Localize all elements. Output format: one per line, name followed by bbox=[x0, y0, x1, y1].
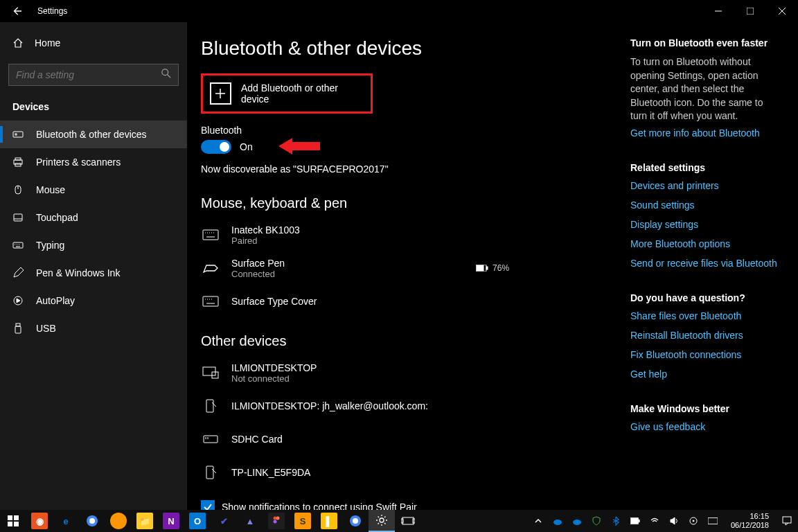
autoplay-icon bbox=[12, 295, 24, 306]
related-link[interactable]: Display settings bbox=[630, 219, 779, 230]
battery-percent: 76% bbox=[493, 263, 509, 273]
svg-rect-1 bbox=[747, 8, 754, 15]
svg-rect-22 bbox=[15, 326, 21, 333]
help-link[interactable]: Get help bbox=[630, 369, 779, 380]
taskbar-taskview[interactable] bbox=[395, 510, 421, 532]
tray-keyboard-icon[interactable] bbox=[707, 515, 718, 526]
content-area: Bluetooth & other devices Add Bluetooth … bbox=[187, 22, 798, 510]
titlebar: Settings bbox=[0, 0, 798, 22]
help-link[interactable]: Share files over Bluetooth bbox=[630, 310, 779, 321]
app-title: Settings bbox=[33, 6, 67, 16]
svg-line-5 bbox=[168, 75, 170, 78]
related-link[interactable]: Devices and printers bbox=[630, 180, 779, 191]
tray-chevron-up-icon[interactable] bbox=[533, 515, 544, 526]
svg-rect-70 bbox=[631, 519, 638, 524]
svg-line-45 bbox=[212, 402, 216, 407]
sidebar: Home Devices Bluetooth & other devices P… bbox=[0, 22, 187, 510]
search-box[interactable] bbox=[8, 64, 179, 86]
taskbar-explorer[interactable]: 📁 bbox=[132, 510, 158, 532]
nav-typing[interactable]: Typing bbox=[0, 231, 187, 259]
bluetooth-toggle[interactable] bbox=[201, 140, 231, 154]
taskbar-app[interactable]: ◉ bbox=[26, 510, 53, 532]
svg-point-66 bbox=[553, 520, 562, 525]
tray-battery-icon[interactable] bbox=[630, 515, 641, 526]
help-link[interactable]: Fix Bluetooth connections bbox=[630, 349, 779, 360]
device-item[interactable]: SDHC Card bbox=[201, 423, 630, 456]
add-device-button[interactable]: Add Bluetooth or other device bbox=[207, 80, 366, 107]
nav-pen[interactable]: Pen & Windows Ink bbox=[0, 259, 187, 287]
svg-rect-51 bbox=[8, 515, 12, 520]
taskbar-firefox[interactable] bbox=[105, 510, 132, 532]
home-nav[interactable]: Home bbox=[0, 29, 187, 57]
swift-pair-label: Show notifications to connect using Swif… bbox=[222, 502, 417, 510]
taskbar-app[interactable]: ▌ bbox=[316, 510, 342, 532]
nav-printers[interactable]: Printers & scanners bbox=[0, 148, 187, 176]
svg-point-58 bbox=[276, 517, 280, 520]
taskbar-settings[interactable] bbox=[369, 510, 395, 532]
action-center-icon[interactable] bbox=[781, 515, 792, 526]
taskbar-outlook[interactable]: O bbox=[184, 510, 211, 532]
minimize-button[interactable] bbox=[702, 0, 734, 22]
tray-location-icon[interactable] bbox=[688, 515, 699, 526]
device-name: Inateck BK1003 bbox=[231, 224, 300, 236]
svg-rect-44 bbox=[206, 400, 213, 412]
device-item[interactable]: TP-LINK_E5F9DA bbox=[201, 456, 630, 489]
taskbar-chrome[interactable] bbox=[342, 510, 369, 532]
bluetooth-toggle-state: On bbox=[240, 141, 253, 152]
tray-volume-icon[interactable] bbox=[668, 515, 680, 526]
tip-more-link[interactable]: Get more info about Bluetooth bbox=[630, 127, 779, 139]
svg-rect-34 bbox=[486, 267, 488, 269]
nav-usb[interactable]: USB bbox=[0, 314, 187, 342]
svg-rect-35 bbox=[477, 265, 484, 271]
search-input[interactable] bbox=[16, 69, 161, 80]
device-item[interactable]: Surface PenConnected 76% bbox=[201, 251, 630, 285]
taskbar-chrome[interactable] bbox=[79, 510, 105, 532]
device-name: TP-LINK_E5F9DA bbox=[231, 467, 310, 478]
feedback-link[interactable]: Give us feedback bbox=[630, 421, 779, 432]
sidebar-section-header: Devices bbox=[0, 96, 187, 121]
sdcard-icon bbox=[201, 432, 220, 446]
svg-point-56 bbox=[89, 518, 95, 524]
taskbar-todo[interactable]: ✔ bbox=[211, 510, 237, 532]
close-button[interactable] bbox=[766, 0, 798, 22]
add-device-highlight: Add Bluetooth or other device bbox=[201, 73, 373, 114]
svg-rect-13 bbox=[14, 214, 22, 221]
device-item[interactable]: ILMIONTDESKTOPNot connected bbox=[201, 356, 630, 389]
maximize-button[interactable] bbox=[734, 0, 766, 22]
device-status: Connected bbox=[231, 269, 285, 279]
related-link[interactable]: Send or receive files via Bluetooth bbox=[630, 258, 779, 269]
swift-pair-checkbox-row[interactable]: Show notifications to connect using Swif… bbox=[201, 500, 630, 510]
tray-wifi-icon[interactable] bbox=[649, 515, 660, 526]
svg-point-61 bbox=[353, 518, 358, 524]
svg-rect-73 bbox=[708, 518, 718, 524]
related-link[interactable]: More Bluetooth options bbox=[630, 238, 779, 249]
svg-rect-69 bbox=[638, 520, 639, 522]
device-name: Surface Type Cover bbox=[231, 296, 317, 307]
nav-mouse[interactable]: Mouse bbox=[0, 176, 187, 204]
nav-touchpad[interactable]: Touchpad bbox=[0, 204, 187, 231]
tray-bluetooth-icon[interactable] bbox=[610, 515, 621, 526]
taskbar-onenote[interactable]: N bbox=[158, 510, 184, 532]
taskbar-edge[interactable]: e bbox=[53, 510, 79, 532]
taskbar-app[interactable]: ▲ bbox=[237, 510, 263, 532]
svg-point-67 bbox=[573, 520, 581, 525]
svg-rect-63 bbox=[402, 517, 414, 524]
tray-onedrive-icon[interactable] bbox=[571, 515, 583, 526]
taskbar-clock[interactable]: 16:15 06/12/2018 bbox=[727, 512, 773, 530]
tray-onedrive-icon[interactable] bbox=[552, 515, 563, 526]
device-item[interactable]: Inateck BK1003Paired bbox=[201, 218, 630, 251]
tray-security-icon[interactable] bbox=[591, 515, 602, 526]
phone-icon bbox=[201, 399, 220, 413]
desktop-icon bbox=[201, 366, 220, 380]
taskbar-figma[interactable] bbox=[263, 510, 290, 532]
start-button[interactable] bbox=[0, 510, 26, 532]
nav-bluetooth-devices[interactable]: Bluetooth & other devices bbox=[0, 121, 187, 148]
taskbar-sublime[interactable]: S bbox=[290, 510, 316, 532]
nav-label: Mouse bbox=[36, 184, 65, 195]
device-item[interactable]: ILMIONTDESKTOP: jh_walker@outlook.com: bbox=[201, 389, 630, 423]
help-link[interactable]: Reinstall Bluetooth drivers bbox=[630, 330, 779, 341]
device-item[interactable]: Surface Type Cover bbox=[201, 285, 630, 318]
related-link[interactable]: Sound settings bbox=[630, 200, 779, 211]
nav-autoplay[interactable]: AutoPlay bbox=[0, 287, 187, 314]
back-button[interactable] bbox=[0, 0, 33, 22]
